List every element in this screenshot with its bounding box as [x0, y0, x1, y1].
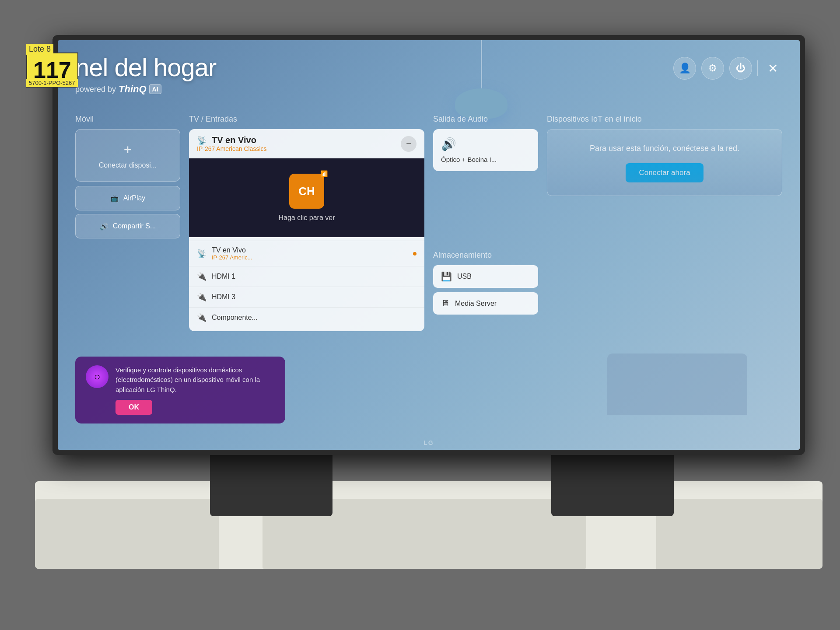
storage-panel: 💾 USB 🖥 Media Server [433, 265, 538, 315]
tv-input-list: 📡 TV en Vivo IP-267 Americ... 🔌 HDMI 1 [189, 237, 424, 331]
hdmi3-icon: 🔌 [197, 292, 206, 302]
header-divider [757, 60, 758, 76]
iot-room-decoration [547, 129, 782, 196]
live-tv-name: TV en Vivo [212, 246, 408, 254]
audio-label: Salida de Audio [433, 115, 538, 124]
click-to-watch: Haga clic para ver [279, 214, 335, 222]
tv-input-item-hdmi1[interactable]: 🔌 HDMI 1 [189, 266, 424, 287]
hdmi3-name: HDMI 3 [212, 293, 416, 301]
screen-header: nel del hogar powered by ThinQ AI 👤 ⚙ ⏻ … [58, 40, 800, 104]
notification-icon: ○ [86, 365, 108, 388]
airplay-button[interactable]: 📺 AirPlay [75, 186, 180, 210]
iot-section: Dispositivos IoT en el inicio Para usar … [547, 115, 782, 441]
current-channel: IP-267 American Classics [197, 145, 267, 152]
powered-by-text: powered by [75, 85, 116, 94]
mediaserver-label: Media Server [455, 300, 497, 308]
live-tv-channel: IP-267 Americ... [212, 254, 408, 261]
tv-stand-left [210, 455, 332, 516]
storage-label: Almacenamiento [433, 251, 538, 260]
audio-output-name: Óptico + Bocina I... [441, 156, 497, 163]
share-label: Compartir S... [113, 222, 156, 230]
airplay-icon: 📺 [110, 194, 119, 203]
tv-frame: nel del hogar powered by ThinQ AI 👤 ⚙ ⏻ … [52, 35, 805, 455]
add-device-label: Conectar disposi... [99, 161, 157, 169]
ch-label: CH [298, 185, 315, 198]
hdmi1-name: HDMI 1 [212, 273, 416, 280]
audio-speaker-icon: 🔊 [441, 137, 456, 151]
header-title-area: nel del hogar powered by ThinQ AI [75, 52, 216, 95]
airplay-label: AirPlay [123, 194, 146, 202]
foam-right [656, 499, 822, 569]
component-icon: 🔌 [197, 313, 206, 322]
tv-screen: nel del hogar powered by ThinQ AI 👤 ⚙ ⏻ … [58, 40, 800, 450]
header-icons: 👤 ⚙ ⏻ ✕ [673, 57, 782, 80]
share-icon: 🔊 [100, 222, 108, 231]
main-title: nel del hogar [75, 52, 216, 82]
antenna-icon: 📡 [197, 136, 206, 145]
thinq-logo: ThinQ [119, 84, 147, 95]
tv-panel: 📡 TV en Vivo IP-267 American Classics − … [189, 129, 424, 331]
foam-left [35, 499, 219, 569]
tv-preview[interactable]: CH 📶 Haga clic para ver [189, 158, 424, 237]
notification-content: Verifique y controle dispositivos domést… [116, 365, 275, 415]
storage-section: Almacenamiento 💾 USB 🖥 Media Server [433, 251, 538, 441]
active-indicator [413, 252, 416, 256]
component-name: Componente... [212, 314, 416, 322]
tv-input-item-hdmi3[interactable]: 🔌 HDMI 3 [189, 287, 424, 307]
tv-source-info: 📡 TV en Vivo IP-267 American Classics [197, 135, 267, 152]
iot-label: Dispositivos IoT en el inicio [547, 115, 782, 124]
power-icon-btn[interactable]: ⏻ [729, 57, 752, 80]
usb-icon: 💾 [441, 271, 452, 282]
hdmi1-icon: 🔌 [197, 272, 206, 281]
storage-mediaserver-card[interactable]: 🖥 Media Server [433, 292, 538, 315]
people-icon-btn[interactable]: 👤 [673, 57, 696, 80]
movil-section: Móvil + Conectar disposi... 📺 AirPlay 🔊 … [75, 115, 180, 242]
iot-panel: Para usar esta función, conéctese a la r… [547, 129, 782, 196]
tv-panel-header: 📡 TV en Vivo IP-267 American Classics − [189, 129, 424, 158]
audio-card[interactable]: 🔊 Óptico + Bocina I... [433, 129, 538, 171]
usb-label: USB [457, 273, 472, 280]
notification-ok-button[interactable]: OK [116, 400, 152, 415]
mediaserver-icon: 🖥 [441, 298, 450, 308]
auction-lot-prefix: Lote 8 [26, 44, 53, 55]
close-button[interactable]: ✕ [763, 59, 782, 78]
lg-logo: LG [424, 439, 434, 446]
notification-popup: ○ Verifique y controle dispositivos domé… [75, 357, 285, 424]
auction-info: 5700-1-PPO-5267 [26, 79, 78, 87]
plus-icon: + [124, 142, 132, 158]
live-tv-icon: 📡 [197, 249, 206, 259]
audio-section: Salida de Audio 🔊 Óptico + Bocina I... [433, 115, 538, 242]
tv-input-item-component[interactable]: 🔌 Componente... [189, 307, 424, 328]
ch-wifi-icon: 📶 [320, 170, 328, 177]
add-device-card[interactable]: + Conectar disposi... [75, 129, 180, 182]
movil-label: Móvil [75, 115, 180, 124]
tv-input-item-live[interactable]: 📡 TV en Vivo IP-267 Americ... [189, 241, 424, 266]
minus-button[interactable]: − [401, 136, 416, 152]
tv-inputs-label: TV / Entradas [189, 115, 424, 124]
current-source-name: TV en Vivo [212, 135, 256, 145]
share-button[interactable]: 🔊 Compartir S... [75, 214, 180, 238]
ch-badge: CH 📶 [289, 174, 324, 209]
settings-icon-btn[interactable]: ⚙ [701, 57, 724, 80]
tv-stand-right [551, 455, 674, 516]
storage-usb-card[interactable]: 💾 USB [433, 265, 538, 288]
ai-badge: AI [149, 84, 161, 94]
notification-text: Verifique y controle dispositivos domést… [116, 365, 275, 395]
